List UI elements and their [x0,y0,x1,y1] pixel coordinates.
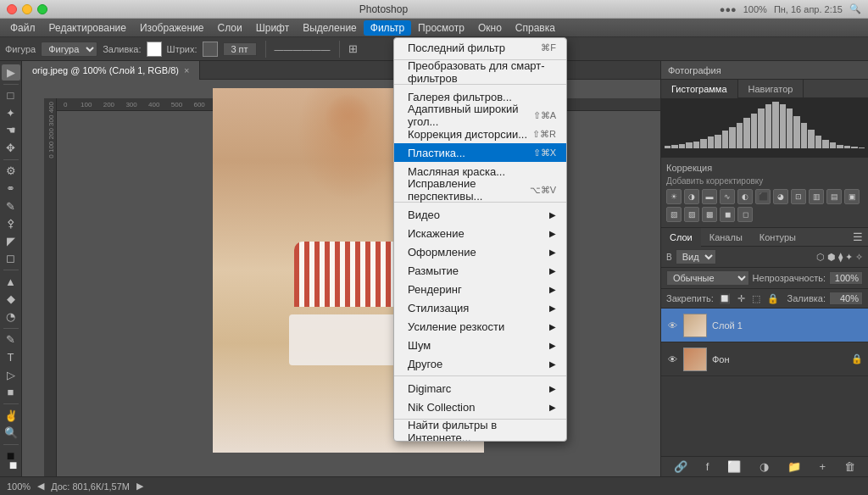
lock-pixel-icon[interactable]: 🔲 [719,293,731,304]
corr-contrast[interactable]: ◑ [684,189,699,204]
corr-saturation[interactable]: ◕ [773,189,788,204]
menu-liquify[interactable]: Пластика... ⇧⌘X [394,143,566,162]
menu-layers[interactable]: Слои [211,20,249,36]
layer-delete-btn[interactable]: 🗑 [844,460,855,473]
tool-gradient[interactable]: ▲ [2,274,20,290]
menu-smart-filters[interactable]: Преобразовать для смарт-фильтров [394,63,566,81]
menu-digimarc[interactable]: Digimarc ▶ [394,379,566,398]
tool-text[interactable]: T [2,349,20,365]
layer-icon-2[interactable]: ⬢ [827,252,836,263]
layer-mask-btn[interactable]: ⬜ [727,460,741,473]
menu-other[interactable]: Другое ▶ [394,354,566,373]
close-button[interactable] [7,4,17,14]
menu-stylize[interactable]: Оформление ▶ [394,242,566,261]
tab-paths[interactable]: Контуры [751,228,804,247]
lock-artboard-icon[interactable]: ⬚ [752,293,760,304]
maximize-button[interactable] [37,4,47,14]
filter-kind-select[interactable]: Вид [676,249,716,264]
tool-path-select[interactable]: ▷ [2,367,20,383]
menu-render[interactable]: Рендеринг ▶ [394,280,566,298]
tab-histogram[interactable]: Гистограмма [661,80,738,98]
layer-eye-2[interactable]: 👁 [666,353,678,365]
corr-threshold[interactable]: ▩ [702,207,717,222]
tool-clone[interactable]: ⚴ [2,215,20,231]
panel-menu-icon[interactable]: ☰ [853,231,863,243]
tab-navigator[interactable]: Навигатор [738,80,804,98]
menu-blur[interactable]: Размытие ▶ [394,261,566,280]
nav-arrows-right[interactable]: ▶ [136,481,143,492]
menu-perspective[interactable]: Исправление перспективы... ⌥⌘V [394,181,566,199]
tool-blur[interactable]: ◆ [2,292,20,308]
menu-view[interactable]: Просмотр [411,20,471,36]
menu-edit[interactable]: Редактирование [42,20,133,36]
tool-spot-heal[interactable]: ⚭ [2,181,20,197]
layer-link-btn[interactable]: 🔗 [674,460,687,473]
tool-background-color[interactable]: ■ [4,458,23,474]
tool-lasso[interactable]: ✦ [2,105,20,121]
menu-adaptive-wide[interactable]: Адаптивный широкий угол... ⇧⌘A [394,106,566,125]
menu-nik-collection[interactable]: Nik Collection ▶ [394,398,566,416]
layer-icon-1[interactable]: ⬡ [816,252,825,263]
menu-find-online[interactable]: Найти фильтры в Интернете... [394,422,566,441]
tool-move[interactable]: ▶ [2,64,20,81]
layer-group-btn[interactable]: 📁 [787,460,801,473]
layer-eye-1[interactable]: 👁 [666,320,678,331]
opacity-input[interactable] [829,271,863,285]
menu-distortion-correct[interactable]: Коррекция дисторсии... ⇧⌘R [394,125,566,143]
tool-select-rect[interactable]: □ [2,87,20,103]
menu-image[interactable]: Изображение [133,20,211,36]
layer-adj-btn[interactable]: ◑ [760,460,769,473]
shape-select[interactable]: Фигура [41,42,97,57]
tool-brush[interactable]: ✎ [2,198,20,214]
menu-filter[interactable]: Фильтр [364,20,411,36]
stroke-color-box[interactable] [203,42,218,57]
traffic-lights[interactable] [7,4,47,14]
layer-effects-btn[interactable]: f [706,460,709,473]
nav-arrows-left[interactable]: ◀ [37,481,44,492]
layer-add-btn[interactable]: + [820,460,826,473]
fill-input[interactable] [829,292,863,305]
menu-window[interactable]: Окно [471,20,509,36]
menu-distort[interactable]: Искажение ▶ [394,224,566,242]
corr-hue[interactable]: ⬛ [755,189,771,204]
lock-pos-icon[interactable]: ✛ [737,293,745,304]
tool-dodge[interactable]: ◔ [2,309,20,325]
menu-font[interactable]: Шрифт [249,20,296,36]
tool-quick-select[interactable]: ☚ [2,123,20,139]
corr-invert[interactable]: ▧ [666,207,682,222]
align-icon[interactable]: ⊞ [348,42,358,55]
tool-pen[interactable]: ✎ [2,332,20,348]
filter-dropdown-menu[interactable]: Последний фильтр ⌘F Преобразовать для см… [393,37,567,442]
search-icon[interactable]: 🔍 [849,3,861,14]
tool-hand[interactable]: ✌ [2,408,20,424]
layer-item-1[interactable]: 👁 Слой 1 [661,309,868,342]
tab-channels[interactable]: Каналы [701,228,751,247]
layer-item-2[interactable]: 👁 Фон 🔒 [661,342,868,376]
menu-video[interactable]: Видео ▶ [394,205,566,224]
corr-bw[interactable]: ▥ [809,189,824,204]
corr-channel[interactable]: ▣ [844,189,860,204]
layer-icon-3[interactable]: ⧫ [838,252,843,263]
tool-eyedropper[interactable]: ⚙ [2,164,20,180]
menu-help[interactable]: Справка [509,20,562,36]
blend-mode-select[interactable]: Обычные [666,270,749,286]
minimize-button[interactable] [22,4,32,14]
tool-history-brush[interactable]: ◤ [2,233,20,249]
menu-last-filter[interactable]: Последний фильтр ⌘F [394,38,566,57]
corr-brightness[interactable]: ☀ [666,189,682,204]
lock-all-icon[interactable]: 🔒 [767,293,779,304]
canvas-tab-active[interactable]: orig.jpeg @ 100% (Слой 1, RGB/8) × [22,61,200,80]
fill-color-box[interactable] [147,42,162,57]
corr-colorbalance[interactable]: ⊡ [791,189,806,204]
corr-gradient-map[interactable]: ◼ [720,207,735,222]
layer-icon-5[interactable]: ✧ [855,252,863,263]
menu-sharpen[interactable]: Усиление резкости ▶ [394,317,566,336]
tab-layers[interactable]: Слои [661,228,701,247]
menu-style[interactable]: Стилизация ▶ [394,298,566,317]
tool-eraser[interactable]: ◻ [2,251,20,267]
menu-noise[interactable]: Шум ▶ [394,336,566,354]
layer-icon-4[interactable]: ✦ [845,252,853,263]
corr-exposure[interactable]: ◐ [737,189,753,204]
tool-shape[interactable]: ■ [2,384,20,400]
menu-file[interactable]: Файл [3,20,42,36]
